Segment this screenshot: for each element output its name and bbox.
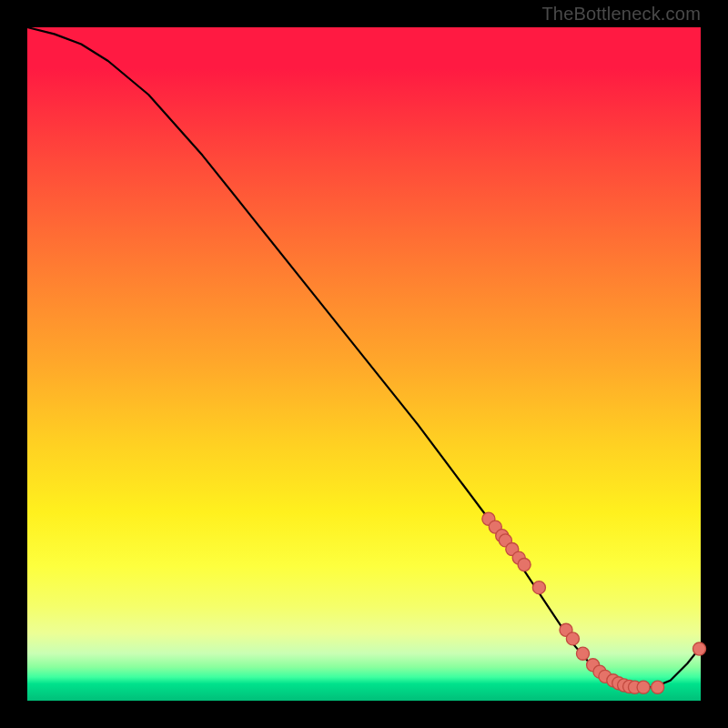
data-dot [693,642,705,655]
chart-stage: TheBottleneck.com [0,0,728,728]
data-dot [652,681,664,693]
data-dot [566,632,579,645]
data-dot [576,647,589,660]
data-dot [518,558,531,571]
watermark-text: TheBottleneck.com [541,4,701,25]
dots-group [482,512,706,693]
data-dot [532,581,545,594]
dots-layer [27,27,701,701]
data-dot [637,681,650,693]
plot-area [27,27,701,701]
